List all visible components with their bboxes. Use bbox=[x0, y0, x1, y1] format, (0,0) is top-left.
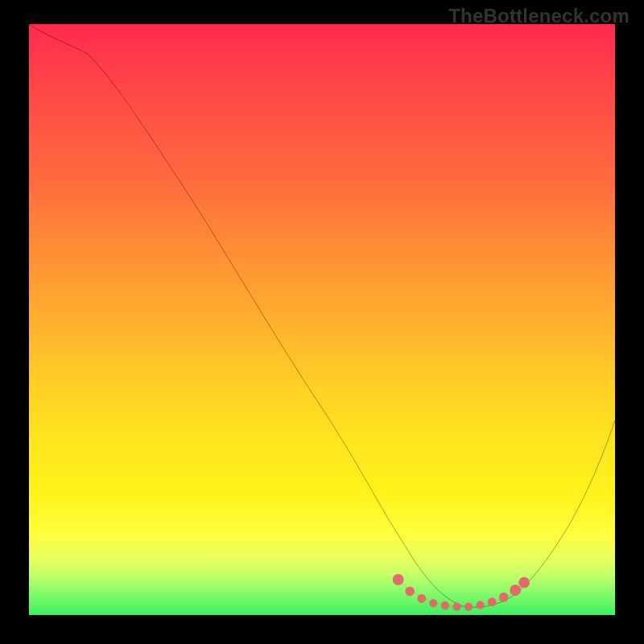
svg-point-8 bbox=[488, 597, 497, 606]
svg-point-10 bbox=[510, 584, 521, 596]
svg-point-9 bbox=[499, 592, 509, 602]
svg-point-1 bbox=[405, 587, 415, 597]
bottleneck-curve bbox=[29, 24, 615, 607]
svg-point-7 bbox=[476, 601, 484, 609]
trough-highlight bbox=[393, 574, 530, 611]
plot-area bbox=[29, 24, 615, 615]
svg-point-4 bbox=[441, 601, 449, 609]
svg-point-3 bbox=[429, 599, 437, 607]
watermark-text: TheBottleneck.com bbox=[448, 5, 630, 27]
svg-point-11 bbox=[518, 577, 530, 588]
curve-layer bbox=[29, 24, 615, 615]
chart-frame: TheBottleneck.com bbox=[0, 0, 644, 644]
